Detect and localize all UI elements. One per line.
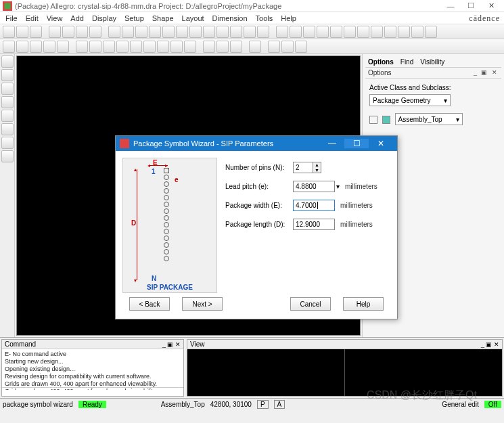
toolbar-button[interactable] — [317, 26, 329, 38]
tab-find[interactable]: Find — [400, 58, 413, 66]
dialog-close-icon[interactable]: ✕ — [369, 139, 393, 148]
status-a-button[interactable]: A — [274, 400, 285, 409]
toolbar-button[interactable] — [62, 26, 74, 38]
toolbar-button[interactable] — [216, 26, 229, 38]
toolbar-button[interactable] — [76, 41, 88, 53]
toolbar-button[interactable] — [244, 26, 256, 38]
vtool-button[interactable] — [1, 123, 14, 135]
toolbar-button[interactable] — [411, 26, 423, 38]
command-input[interactable] — [2, 387, 183, 396]
help-button[interactable]: Help — [343, 297, 384, 311]
vtool-button[interactable] — [1, 83, 14, 95]
toolbar-button[interactable] — [276, 26, 288, 38]
menu-edit[interactable]: Edit — [26, 14, 39, 22]
toolbar-button[interactable] — [89, 26, 101, 38]
vtool-button[interactable] — [1, 55, 14, 68]
toolbar-button[interactable] — [16, 26, 28, 38]
toolbar-button[interactable] — [384, 26, 396, 38]
status-p-button[interactable]: P — [257, 400, 269, 409]
subclass-color-swatch[interactable] — [382, 116, 390, 124]
next-button[interactable]: Next > — [182, 297, 223, 311]
activeclass-select[interactable]: Package Geometry▾ — [369, 94, 451, 106]
toolbar-button[interactable] — [162, 26, 175, 38]
toolbar-button[interactable] — [330, 26, 342, 38]
toolbar-button[interactable] — [130, 41, 142, 53]
back-button[interactable]: < Back — [129, 297, 170, 311]
vtool-button[interactable] — [1, 137, 14, 149]
vtool-button[interactable] — [1, 150, 14, 162]
toolbar-button[interactable] — [170, 41, 183, 53]
window-minimize-icon[interactable]: — — [440, 2, 461, 10]
toolbar-button[interactable] — [357, 26, 369, 38]
menu-tools[interactable]: Tools — [256, 14, 273, 22]
toolbar-button[interactable] — [295, 41, 307, 53]
toolbar-button[interactable] — [135, 26, 147, 38]
pins-spinner[interactable]: ▲▼ — [313, 162, 321, 173]
toolbar-button[interactable] — [249, 41, 261, 53]
toolbar-button[interactable] — [143, 41, 156, 53]
vtool-button[interactable] — [1, 110, 14, 122]
toolbar-button[interactable] — [281, 41, 294, 53]
pane-controls[interactable]: _ ▣ ✕ — [481, 341, 499, 348]
menu-help[interactable]: Help — [281, 14, 296, 22]
toolbar-button[interactable] — [3, 41, 15, 53]
pane-controls[interactable]: _ ▣ ✕ — [162, 341, 181, 348]
toolbar-button[interactable] — [57, 41, 69, 53]
vtool-button[interactable] — [1, 96, 14, 108]
window-maximize-icon[interactable]: ☐ — [461, 1, 481, 10]
toolbar-button[interactable] — [108, 26, 120, 38]
menu-dimension[interactable]: Dimension — [212, 14, 248, 22]
toolbar-button[interactable] — [371, 26, 383, 38]
chevron-down-icon[interactable]: ▾ — [336, 183, 340, 190]
menu-view[interactable]: View — [47, 14, 63, 22]
toolbar-button[interactable] — [157, 41, 169, 53]
toolbar-button[interactable] — [290, 26, 302, 38]
toolbar-button[interactable] — [89, 41, 101, 53]
window-close-icon[interactable]: ✕ — [481, 1, 501, 10]
menu-shape[interactable]: Shape — [152, 14, 174, 22]
tab-visibility[interactable]: Visibility — [420, 58, 444, 66]
toolbar-button[interactable] — [425, 26, 437, 38]
subclass-select[interactable]: Assembly_Top▾ — [395, 113, 463, 125]
toolbar-button[interactable] — [16, 41, 28, 53]
pitch-input[interactable]: 4.8800 — [293, 181, 335, 192]
cancel-button[interactable]: Cancel — [290, 297, 331, 311]
toolbar-button[interactable] — [122, 26, 134, 38]
toolbar-button[interactable] — [203, 41, 215, 53]
pins-input[interactable]: 2 — [293, 162, 313, 173]
toolbar-button[interactable] — [116, 41, 129, 53]
toolbar-button[interactable] — [257, 26, 269, 38]
menu-add[interactable]: Add — [70, 14, 84, 22]
toolbar-button[interactable] — [30, 41, 42, 53]
dialog-maximize-icon[interactable]: ☐ — [344, 139, 369, 148]
toolbar-button[interactable] — [184, 41, 196, 53]
toolbar-button[interactable] — [268, 41, 280, 53]
toolbar-button[interactable] — [176, 26, 188, 38]
toolbar-button[interactable] — [344, 26, 356, 38]
toolbar-button[interactable] — [30, 26, 42, 38]
toolbar-button[interactable] — [203, 26, 215, 38]
tab-options[interactable]: Options — [368, 58, 394, 66]
toolbar-button[interactable] — [103, 41, 115, 53]
menu-layout[interactable]: Layout — [182, 14, 204, 22]
subclass-visibility-checkbox[interactable] — [369, 116, 377, 124]
toolbar-button[interactable] — [149, 26, 161, 38]
toolbar-button[interactable] — [230, 26, 242, 38]
toolbar-button[interactable] — [76, 26, 88, 38]
toolbar-button[interactable] — [230, 41, 242, 53]
toolbar-button[interactable] — [49, 26, 61, 38]
vtool-button[interactable] — [1, 69, 14, 81]
toolbar-button[interactable] — [43, 41, 55, 53]
toolbar-button[interactable] — [3, 26, 15, 38]
length-input[interactable]: 12.9000 — [293, 219, 335, 230]
menu-setup[interactable]: Setup — [124, 14, 144, 22]
dialog-title-bar[interactable]: Package Symbol Wizard - SIP Parameters —… — [116, 136, 397, 151]
toolbar-button[interactable] — [398, 26, 410, 38]
toolbar-button[interactable] — [189, 26, 202, 38]
toolbar-button[interactable] — [216, 41, 229, 53]
menu-display[interactable]: Display — [92, 14, 116, 22]
menu-file[interactable]: File — [5, 14, 18, 22]
toolbar-button[interactable] — [303, 26, 315, 38]
dialog-minimize-icon[interactable]: — — [320, 139, 344, 148]
width-input[interactable]: 4.7000 — [293, 200, 335, 211]
